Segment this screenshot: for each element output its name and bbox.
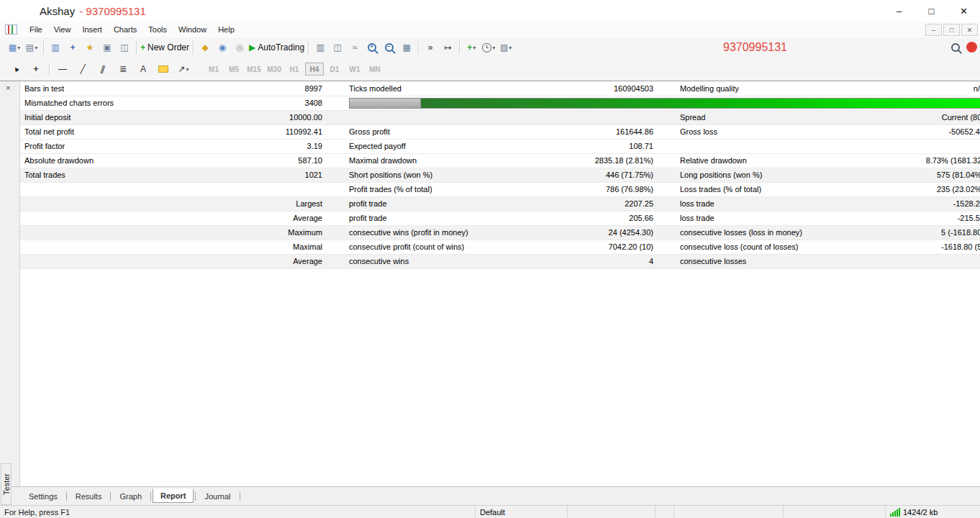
tab-divider — [195, 492, 196, 501]
menu-item-view[interactable]: View — [48, 23, 77, 36]
community-icon[interactable] — [966, 42, 977, 53]
zoom-out-button[interactable] — [381, 40, 397, 55]
strategy-tester-button[interactable]: ◫ — [117, 40, 132, 55]
horizontal-line-button[interactable]: — — [55, 61, 71, 77]
mdi-close-button[interactable]: ✕ — [961, 24, 978, 36]
toolbar-separator — [308, 41, 309, 54]
status-profile-segment[interactable]: Default — [475, 506, 567, 518]
timeframe-mn-button[interactable]: MN — [366, 63, 384, 76]
maximize-button[interactable]: □ — [915, 0, 948, 22]
report-label: Total trades — [20, 168, 196, 182]
report-value: 7042.20 (10) — [532, 240, 653, 254]
toolbar-standard: ▦▾ ▤▾ ▥ + ★ ▣ ◫ +New Order ◆ ◉ ◎ ▶AutoTr… — [0, 37, 980, 58]
report-label: loss trade — [653, 197, 820, 211]
report-label: Long positions (won %) — [653, 168, 820, 182]
minimize-button[interactable]: – — [883, 0, 915, 22]
indicators-button[interactable]: +▾ — [463, 40, 479, 55]
cursor-button[interactable]: ► — [8, 61, 24, 77]
data-window-button[interactable]: + — [65, 40, 81, 55]
templates-button[interactable]: ▧▾ — [498, 40, 514, 55]
report-value: 575 (81.04%) — [820, 168, 980, 182]
mdi-restore-button[interactable]: □ — [943, 24, 960, 36]
candlestick-button[interactable]: ◫ — [330, 40, 345, 55]
trendline-button[interactable]: ╱ — [75, 61, 91, 77]
search-icon[interactable] — [951, 43, 960, 52]
market-watch-button[interactable]: ▥ — [47, 40, 63, 55]
bar-chart-button[interactable]: ▥ — [312, 40, 328, 55]
terminal-button[interactable]: ▣ — [99, 40, 115, 55]
tester-panel-edge: × — [0, 81, 20, 486]
new-chart-button[interactable]: ▦▾ — [6, 40, 22, 55]
arrow-icon: ↗ — [178, 65, 185, 73]
profiles-button[interactable]: ▤▾ — [24, 40, 40, 55]
menu-item-window[interactable]: Window — [173, 23, 212, 36]
new-order-button[interactable]: +New Order — [140, 40, 189, 55]
navigator-button[interactable]: ★ — [82, 40, 98, 55]
modelling-quality-bar — [349, 98, 980, 109]
report-row: Bars in test8997Ticks modelled160904503M… — [20, 82, 980, 96]
report-label — [20, 226, 196, 240]
tester-vertical-tab[interactable]: Tester — [1, 463, 12, 505]
tab-report[interactable]: Report — [153, 489, 194, 503]
arrows-button[interactable]: ↗▾ — [176, 61, 191, 77]
profiles-icon: ▤ — [26, 43, 34, 52]
report-value: 110992.41 — [196, 125, 322, 139]
tile-windows-button[interactable]: ▦ — [399, 40, 414, 55]
menu-item-help[interactable]: Help — [212, 23, 240, 36]
text-button[interactable]: A — [135, 61, 151, 77]
options-icon: ◎ — [236, 43, 243, 52]
chart-shift-button[interactable]: ↦ — [440, 40, 455, 55]
report-label: consecutive losses (loss in money) — [653, 226, 820, 240]
menu-item-tools[interactable]: Tools — [142, 23, 173, 36]
report-value: 3.19 — [196, 140, 322, 153]
tab-graph[interactable]: Graph — [112, 489, 149, 504]
report-row: Total net profit110992.41Gross profit161… — [20, 125, 980, 140]
timeframe-h4-button[interactable]: H4 — [305, 63, 324, 76]
report-value: 5 (-1618.80) — [820, 226, 980, 240]
line-chart-button[interactable]: ≈ — [347, 40, 363, 55]
close-button[interactable]: ✕ — [948, 0, 980, 22]
options-button[interactable]: ◎ — [232, 40, 248, 55]
auto-scroll-button[interactable]: » — [422, 40, 438, 55]
cursor-icon: ► — [11, 64, 22, 74]
menu-item-file[interactable]: File — [24, 23, 48, 36]
timeframe-m1-button[interactable]: M1 — [204, 63, 223, 76]
timeframe-m5-button[interactable]: M5 — [224, 63, 243, 76]
tab-journal[interactable]: Journal — [197, 489, 237, 504]
menu-item-insert[interactable]: Insert — [76, 23, 108, 36]
label-button[interactable] — [155, 61, 171, 77]
report-row: Initial deposit10000.00SpreadCurrent (80… — [20, 111, 980, 125]
report-value: Average — [196, 255, 322, 268]
report-value: 3408 — [196, 96, 322, 110]
fibonacci-button[interactable]: ≣ — [115, 61, 131, 77]
timeframe-m15-button[interactable]: M15 — [245, 63, 263, 76]
report-value: Maximum — [196, 226, 322, 240]
timeframe-buttons: M1M5M15M30H1H4D1W1MN — [204, 63, 385, 76]
tab-results[interactable]: Results — [68, 489, 109, 504]
metaeditor-button[interactable]: ◆ — [197, 40, 213, 55]
timeframe-h1-button[interactable]: H1 — [285, 63, 304, 76]
toolbar-right-icons — [951, 42, 977, 53]
toolbar-separator — [49, 63, 50, 76]
toolbar-line-studies: ► + — ╱ ∥ ≣ A ↗▾ M1M5M15M30H1H4D1W1MN — [0, 58, 980, 81]
timeframe-m30-button[interactable]: M30 — [265, 63, 283, 76]
report-label: consecutive loss (count of losses) — [653, 240, 820, 254]
expert-advisors-button[interactable]: ◉ — [214, 40, 230, 55]
channel-button[interactable]: ∥ — [95, 61, 111, 77]
autotrading-button[interactable]: ▶AutoTrading — [249, 40, 304, 55]
close-panel-button[interactable]: × — [6, 83, 10, 92]
timeframe-w1-button[interactable]: W1 — [345, 63, 364, 76]
mdi-minimize-button[interactable]: – — [925, 24, 942, 36]
zoom-in-button[interactable] — [364, 40, 380, 55]
menu-item-charts[interactable]: Charts — [108, 23, 142, 36]
crosshair-button[interactable]: + — [28, 61, 44, 77]
timeframe-d1-button[interactable]: D1 — [325, 63, 344, 76]
report-value: Largest — [196, 197, 322, 211]
report-label — [322, 111, 532, 124]
periods-button[interactable]: ▾ — [481, 40, 496, 55]
report-label: Ticks modelled — [322, 82, 532, 96]
text-icon: A — [140, 65, 146, 73]
tab-settings[interactable]: Settings — [22, 489, 65, 504]
new-chart-icon: ▦ — [9, 43, 17, 52]
report-label: Spread — [653, 111, 820, 124]
